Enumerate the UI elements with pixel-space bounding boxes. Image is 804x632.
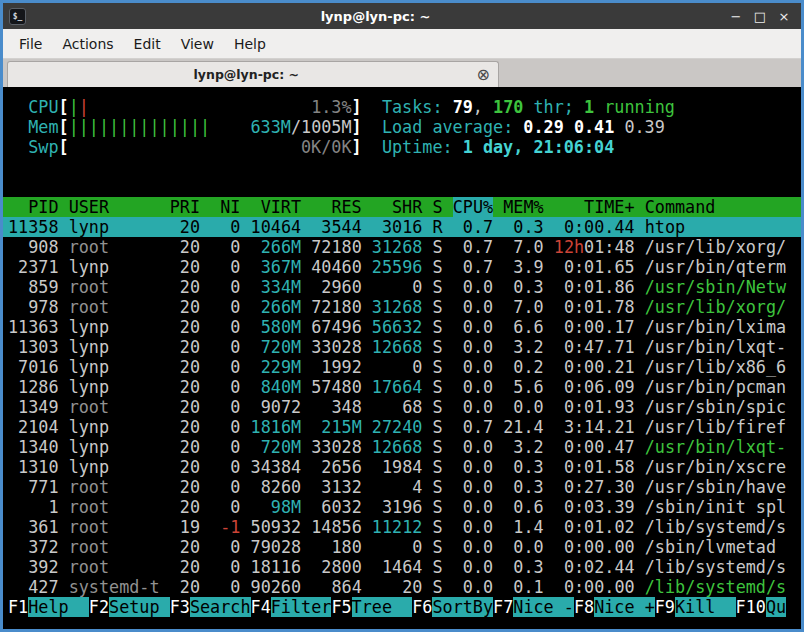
window-title: lynp@lyn-pc: ~ (26, 9, 725, 24)
column-header-time+[interactable]: TIME+ (554, 197, 635, 217)
column-header-command[interactable]: Command (645, 197, 716, 217)
column-header-ni[interactable]: NI (210, 197, 240, 217)
fbar-item-f8[interactable]: F8Nice + (574, 597, 655, 617)
maximize-button[interactable]: □ (749, 6, 771, 26)
close-button[interactable]: × (773, 6, 795, 26)
process-row[interactable]: 859 root 20 0 334M 2960 0 S 0.0 0.3 0:01… (8, 277, 801, 297)
fbar-item-f5[interactable]: F5Tree (331, 597, 412, 617)
table-header: PID USER PRI NI VIRT RES SHR S CPU% MEM%… (3, 197, 801, 217)
swap-meter-line: Swp[ 0K/0K] Uptime: 1 day, 21:06:04 (8, 137, 801, 157)
process-row[interactable]: 7016 lynp 20 0 229M 1992 0 S 0.0 0.2 0:0… (8, 357, 801, 377)
fkey-label: F8 (574, 597, 594, 617)
process-row[interactable]: 1340 lynp 20 0 720M 33028 12668 S 0.0 3.… (8, 437, 801, 457)
process-row[interactable]: 361 root 19 -1 50932 14856 11212 S 0.0 1… (8, 517, 801, 537)
fkey-label: F9 (655, 597, 675, 617)
column-header-pri[interactable]: PRI (170, 197, 200, 217)
process-row[interactable]: 372 root 20 0 79028 180 0 S 0.0 0.0 0:00… (8, 537, 801, 557)
process-row[interactable]: 978 root 20 0 266M 72180 31268 S 0.0 7.0… (8, 297, 801, 317)
menu-bar: FileActionsEditViewHelp (3, 29, 801, 59)
process-row[interactable]: 2104 lynp 20 0 1816M 215M 27240 S 0.7 21… (8, 417, 801, 437)
terminal-tab[interactable]: lynp@lyn-pc: ~ ⊗ (7, 61, 499, 87)
process-row[interactable]: 1303 lynp 20 0 720M 33028 12668 S 0.0 3.… (8, 337, 801, 357)
process-row[interactable]: 2371 lynp 20 0 367M 40460 25596 S 0.7 3.… (8, 257, 801, 277)
process-row[interactable]: 1349 root 20 0 9072 348 68 S 0.0 0.0 0:0… (8, 397, 801, 417)
tab-close-icon[interactable]: ⊗ (477, 67, 490, 83)
cpu-meter-line: CPU[|| 1.3%] Tasks: 79, 170 thr; 1 runni… (8, 97, 801, 117)
menu-item-help[interactable]: Help (224, 32, 276, 56)
window-controls: − □ × (725, 6, 795, 26)
fkey-label: F7 (493, 597, 513, 617)
fkey-label: F6 (412, 597, 432, 617)
terminal-app-icon: $_ (9, 8, 26, 25)
menu-item-actions[interactable]: Actions (52, 32, 123, 56)
process-row[interactable]: 1286 lynp 20 0 840M 57480 17664 S 0.0 5.… (8, 377, 801, 397)
column-header-res[interactable]: RES (311, 197, 362, 217)
menu-item-view[interactable]: View (171, 32, 224, 56)
tab-bar: lynp@lyn-pc: ~ ⊗ (3, 59, 801, 87)
process-row[interactable]: 11358 lynp 20 0 10464 3544 3016 R 0.7 0.… (3, 217, 801, 237)
fkey-label: F2 (89, 597, 109, 617)
process-row[interactable]: 392 root 20 0 18116 2800 1464 S 0.0 0.3 … (8, 557, 801, 577)
fkey-label: F1 (8, 597, 28, 617)
column-header-cpu[interactable]: CPU% (453, 197, 493, 217)
fbar-item-f9[interactable]: F9Kill (655, 597, 736, 617)
column-header-mem[interactable]: MEM% (503, 197, 543, 217)
column-header-shr[interactable]: SHR (372, 197, 423, 217)
minimize-button[interactable]: − (725, 6, 747, 26)
column-header-s[interactable]: S (432, 197, 442, 217)
blank-line (8, 177, 801, 197)
blank-line (8, 157, 801, 177)
titlebar: $_ lynp@lyn-pc: ~ − □ × (3, 3, 801, 29)
process-row[interactable]: 771 root 20 0 8260 3132 4 S 0.0 0.3 0:27… (8, 477, 801, 497)
process-row[interactable]: 1 root 20 0 98M 6032 3196 S 0.0 0.6 0:03… (8, 497, 801, 517)
menu-item-file[interactable]: File (9, 32, 52, 56)
fkey-label: F4 (251, 597, 271, 617)
fbar-item-f1[interactable]: F1Help (8, 597, 89, 617)
process-row[interactable]: 11363 lynp 20 0 580M 67496 56632 S 0.0 6… (8, 317, 801, 337)
function-bar: F1Help F2Setup F3SearchF4FilterF5Tree F6… (8, 597, 801, 617)
menu-item-edit[interactable]: Edit (124, 32, 171, 56)
fbar-item-f10[interactable]: F10Qu (736, 597, 787, 617)
column-header-pid[interactable]: PID (8, 197, 59, 217)
fbar-item-f2[interactable]: F2Setup (89, 597, 170, 617)
terminal-screen[interactable]: CPU[|| 1.3%] Tasks: 79, 170 thr; 1 runni… (3, 87, 801, 629)
fkey-label: F10 (736, 597, 766, 617)
process-row[interactable]: 908 root 20 0 266M 72180 31268 S 0.7 7.0… (8, 237, 801, 257)
column-header-user[interactable]: USER (69, 197, 160, 217)
mem-meter-line: Mem[|||||||||||||| 633M/1005M] Load aver… (8, 117, 801, 137)
fkey-label: F5 (331, 597, 351, 617)
fbar-item-f6[interactable]: F6SortBy (412, 597, 493, 617)
column-header-virt[interactable]: VIRT (251, 197, 302, 217)
tab-title: lynp@lyn-pc: ~ (16, 67, 477, 82)
fkey-label: F3 (170, 597, 190, 617)
process-row[interactable]: 1310 lynp 20 0 34384 2656 1984 S 0.0 0.3… (8, 457, 801, 477)
fbar-item-f3[interactable]: F3Search (170, 597, 251, 617)
terminal-window: $_ lynp@lyn-pc: ~ − □ × FileActionsEditV… (0, 0, 804, 632)
fbar-item-f7[interactable]: F7Nice - (493, 597, 574, 617)
fbar-item-f4[interactable]: F4Filter (251, 597, 332, 617)
process-row[interactable]: 427 systemd-t 20 0 90260 864 20 S 0.0 0.… (8, 577, 801, 597)
